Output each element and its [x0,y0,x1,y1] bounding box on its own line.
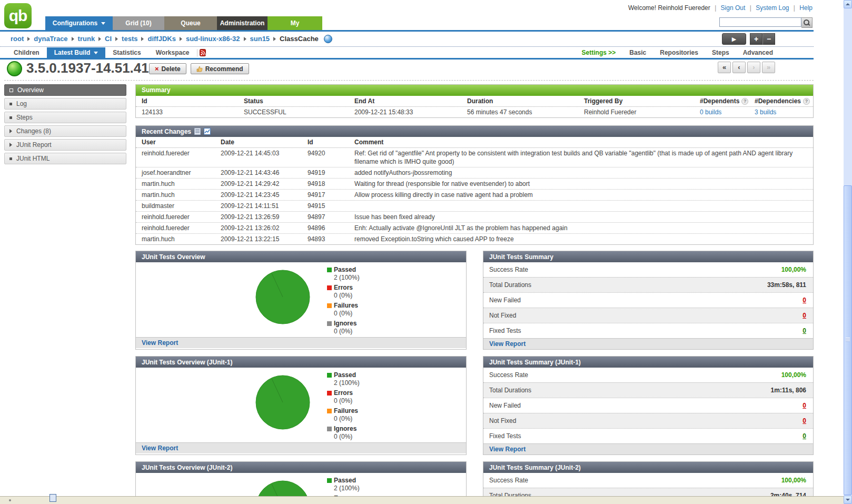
passed-swatch-icon [327,478,332,483]
first-build-button[interactable]: « [718,62,731,73]
report-list-icon[interactable] [194,128,201,135]
steps-link[interactable]: Steps [712,47,729,58]
chevron-down-icon [94,52,98,54]
basic-link[interactable]: Basic [629,47,646,58]
divider [197,50,197,56]
delete-x-icon: × [155,65,159,73]
col-header-dependencies: #Dependencies? [749,96,813,106]
rc-comment: added notifyAuthors-jbossremoting [349,167,813,178]
tab-workspace[interactable]: Workspace [148,47,197,58]
breadcrumb-item-tests[interactable]: tests [122,32,137,46]
expand-button[interactable]: + [750,33,762,45]
sign-out-link[interactable]: Sign Out [721,4,746,12]
nav-tab-grid[interactable]: Grid (10) [113,16,164,30]
breadcrumb-item-ci[interactable]: CI [105,32,112,46]
recent-changes-panel: Recent Changes User [135,125,814,245]
legend-item-passed: Passed 2 (100%) [327,266,360,281]
nav-tab-queue[interactable]: Queue [164,16,217,30]
summary-row: New Failed 0 [483,398,813,413]
rc-user: martin.huch [136,179,215,189]
legend-label: Errors [334,284,353,291]
last-build-button[interactable]: » [762,62,775,73]
qb-logo[interactable]: qb [4,3,32,28]
breadcrumb-item-dynatrace[interactable]: dynaTrace [34,32,67,46]
row-label: New Failed [489,297,521,304]
fixed-tests-link[interactable]: 0 [803,327,806,334]
breadcrumb-item-sun15[interactable]: sun15 [250,32,270,46]
settings-links: Settings >> Basic Repositories Steps Adv… [582,47,773,58]
tab-statistics[interactable]: Statistics [105,47,148,58]
tab-latest-build[interactable]: Latest Build [47,47,106,58]
nav-tab-my[interactable]: My [268,16,322,30]
scroll-up-button[interactable] [844,0,852,8]
run-build-button[interactable]: ▶ [722,33,746,45]
status-sphere-icon [324,35,332,43]
summary-end-at: 2009-12-21 15:48:33 [349,107,461,117]
view-report-link[interactable]: View Report [142,339,178,347]
previous-build-button[interactable]: ‹ [732,62,746,73]
breadcrumb-separator-icon [115,37,118,41]
search-input[interactable] [719,17,801,27]
summary-value-row: 124133 SUCCESSFUL 2009-12-21 15:48:33 56… [136,107,813,117]
system-log-link[interactable]: System Log [756,4,789,12]
view-report-link[interactable]: View Report [142,444,178,452]
advanced-link[interactable]: Advanced [743,47,773,58]
sidebar-item-changes[interactable]: Changes (8) [4,125,126,137]
view-report-link[interactable]: View Report [489,340,526,348]
nav-tab-configurations[interactable]: Configurations [45,16,113,30]
divider: | [712,4,719,12]
breadcrumb-item-diffjdks[interactable]: diffJDKs [147,32,175,46]
junit-summary-panel: JUnit Tests Summary Success Rate 100,00%… [483,251,814,350]
collapse-button[interactable]: − [762,33,775,45]
junit-overview-panel: JUnit Tests Overview (JUnit-1) Passed 2 … [135,356,467,455]
summary-header: Summary [136,85,813,96]
summary-id: 124133 [136,107,238,117]
build-title-row: 3.5.0.1937-14.51.41 × Delete Recommend «… [0,60,814,78]
not-fixed-link[interactable]: 0 [803,312,806,319]
help-icon[interactable]: ? [741,98,748,105]
new-failed-link[interactable]: 0 [803,297,806,304]
sidebar-item-log[interactable]: Log [4,98,126,110]
rc-comment: removed Exceptioin.toString which caused… [349,234,813,244]
settings-link[interactable]: Settings >> [582,47,616,58]
breadcrumb: root dynaTrace trunk CI tests diffJDKs s… [11,32,332,46]
rc-comment: Allow process killing directly in case n… [349,190,813,200]
repositories-link[interactable]: Repositories [660,47,698,58]
help-icon[interactable]: ? [803,98,810,105]
trend-chart-icon[interactable] [204,128,211,135]
dependencies-link[interactable]: 3 builds [755,108,776,116]
sidebar-item-junit-html[interactable]: JUnit HTML [4,153,126,164]
sidebar: Overview Log Steps Changes (8) JUnit Rep… [4,84,126,166]
scroll-down-button[interactable] [844,496,852,504]
vertical-scrollbar[interactable] [844,0,852,504]
sidebar-item-overview[interactable]: Overview [4,84,126,96]
sidebar-item-steps[interactable]: Steps [4,112,126,123]
breadcrumb-item-sud-linux[interactable]: sud-linux-x86-32 [186,32,240,46]
view-report-link[interactable]: View Report [489,446,526,453]
success-rate-value: 100,00% [781,266,806,273]
feed-icon[interactable] [200,49,206,56]
search-button[interactable] [801,17,813,28]
ignores-swatch-icon [327,427,332,431]
legend-label: Passed [334,477,356,484]
delete-button[interactable]: × Delete [149,63,186,74]
nav-tab-administration[interactable]: Administration [217,16,268,30]
breadcrumb-item-trunk[interactable]: trunk [78,32,95,46]
new-failed-link[interactable]: 0 [803,402,806,409]
legend-value: 0 (0%) [327,292,360,299]
recommend-button[interactable]: Recommend [191,63,249,74]
help-link[interactable]: Help [799,4,813,12]
rc-date: 2009-12-21 14:11:51 [215,201,302,211]
square-bullet-icon [9,103,12,105]
fixed-tests-link[interactable]: 0 [803,432,806,440]
scrollbar-thumb[interactable] [844,185,852,495]
search-icon [804,19,809,25]
rc-user: martin.huch [136,190,215,200]
dependents-link[interactable]: 0 builds [700,108,721,116]
not-fixed-link[interactable]: 0 [803,417,806,424]
breadcrumb-item-root[interactable]: root [11,32,24,46]
next-build-button[interactable]: › [747,62,760,73]
tab-children[interactable]: Children [6,47,47,58]
row-label: Success Rate [489,266,528,273]
sidebar-item-junit-report[interactable]: JUnit Report [4,139,126,151]
